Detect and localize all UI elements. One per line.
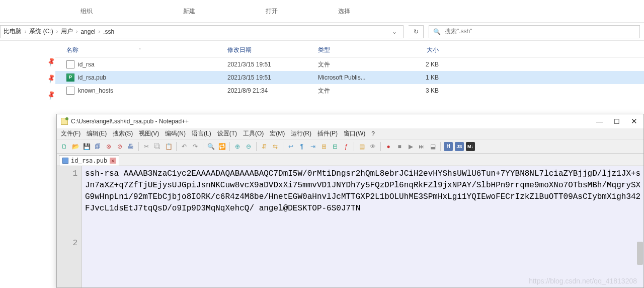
menu-item[interactable]: 插件(P) [317,129,338,138]
zoom-out-icon[interactable]: ⊖ [244,142,253,151]
crumb-pc[interactable]: 比电脑 [4,27,22,36]
show-chars-icon[interactable]: ¶ [297,142,306,151]
address-bar-row: 比电脑› 系统 (C:)› 用户› angel› .ssh ⌄ ↻ 🔍 搜索".… [0,23,644,41]
search-input[interactable]: 🔍 搜索".ssh" [429,25,640,38]
code-content[interactable]: ssh-rsa AAAAB3NzaC1yc2EAAAADAQABAAABAQC7… [82,166,643,287]
col-size[interactable]: 大小 [393,46,439,54]
menu-item[interactable]: 设置(T) [217,129,237,138]
js-icon[interactable]: JS [455,142,464,151]
ribbon-group-open[interactable]: 打开 [266,7,278,16]
scrollbar-thumb[interactable] [637,242,643,265]
new-file-icon[interactable]: 🗋 [60,142,69,151]
col-name[interactable]: 名称 [66,46,78,53]
crumb-angel[interactable]: angel [80,28,95,35]
h-icon[interactable]: H [444,142,453,151]
breadcrumb[interactable]: 比电脑› 系统 (C:)› 用户› angel› .ssh ⌄ [0,25,404,38]
doc-map-icon[interactable]: ▤ [357,142,366,151]
editor[interactable]: 1 2 ssh-rsa AAAAB3NzaC1yc2EAAAADAQABAAAB… [57,166,643,287]
toolbar[interactable]: 🗋 📂 💾 🗐 ⊗ ⊘ 🖶 ✂ ⿻ 📋 ↶ ↷ 🔍 🔁 ⊕ ⊖ ⇵ ⇆ ↩ ¶ … [57,139,643,154]
replace-icon[interactable]: 🔁 [217,142,226,151]
search-icon: 🔍 [433,28,441,35]
window-title: C:\Users\angel\.ssh\id_rsa.pub - Notepad… [71,118,593,125]
undo-icon[interactable]: ↶ [180,142,189,151]
cut-icon[interactable]: ✂ [142,142,151,151]
stop-icon[interactable]: ■ [395,142,404,151]
md-icon[interactable]: M↓ [466,142,475,151]
col-date[interactable]: 修改日期 [227,46,318,54]
file-type: 文件 [318,87,393,95]
play-multi-icon[interactable]: ⏭ [417,142,426,151]
crumb-drive[interactable]: 系统 (C:) [29,27,53,36]
ribbon: 组织 新建 打开 选择 [0,0,644,23]
open-icon[interactable]: 📂 [71,142,80,151]
chevron-right-icon: › [56,29,58,34]
sync-v-icon[interactable]: ⇵ [260,142,269,151]
crumb-ssh[interactable]: .ssh [103,28,114,35]
close-file-icon[interactable]: ⊗ [104,142,113,151]
copy-icon[interactable]: ⿻ [153,142,162,151]
table-row[interactable]: id_rsa.pub2021/3/15 19:51Microsoft Publi… [55,71,644,84]
chevron-right-icon: › [99,29,100,34]
menu-item[interactable]: 宏(M) [270,129,285,138]
menu-item[interactable]: ? [371,130,375,137]
menu-item[interactable]: 语言(L) [192,129,211,138]
menu-bar[interactable]: 文件(F)编辑(E)搜索(S)视图(V)编码(N)语言(L)设置(T)工具(O)… [57,128,643,139]
zoom-in-icon[interactable]: ⊕ [233,142,242,151]
guide-icon[interactable]: ⊞ [319,142,329,151]
ribbon-group-new[interactable]: 新建 [183,7,195,16]
menu-item[interactable]: 文件(F) [61,129,80,138]
watermark: https://blog.csdn.net/qq_41813208 [529,277,637,285]
monitor-icon[interactable]: 👁 [368,142,377,151]
file-date: 2021/3/15 19:51 [227,74,318,81]
menu-item[interactable]: 视图(V) [139,129,159,138]
refresh-button[interactable]: ↻ [409,25,424,38]
column-headers[interactable]: 名称˄ 修改日期 类型 大小 [55,43,644,58]
table-row[interactable]: known_hosts2021/8/9 21:34文件3 KB [55,84,644,97]
func-icon[interactable]: ƒ [342,142,351,151]
crumb-users[interactable]: 用户 [61,27,73,36]
close-button[interactable]: ✕ [631,117,637,126]
line-gutter: 1 2 [57,166,82,287]
menu-item[interactable]: 运行(R) [291,129,311,138]
menu-item[interactable]: 窗口(W) [344,129,365,138]
paste-icon[interactable]: 📋 [164,142,173,151]
menu-item[interactable]: 工具(O) [243,129,264,138]
save-macro-icon[interactable]: ⬓ [428,142,437,151]
save-all-icon[interactable]: 🗐 [93,142,102,151]
find-icon[interactable]: 🔍 [206,142,215,151]
menu-item[interactable]: 搜索(S) [113,129,133,138]
quick-access-pins: 📌 📌 📌 [0,41,55,99]
file-size: 3 KB [393,87,439,94]
indent-icon[interactable]: ⇥ [308,142,317,151]
minimize-button[interactable]: — [596,118,603,125]
ribbon-group-select[interactable]: 选择 [338,7,350,16]
file-icon [66,60,74,68]
sync-h-icon[interactable]: ⇆ [271,142,280,151]
tab-bar[interactable]: id_rsa.pub ✕ [57,154,643,166]
tab-id-rsa-pub[interactable]: id_rsa.pub ✕ [59,155,119,166]
save-icon[interactable]: 💾 [82,142,91,151]
maximize-button[interactable]: ☐ [614,118,620,125]
file-list: 名称˄ 修改日期 类型 大小 id_rsa2021/3/15 19:51文件2 … [55,41,644,99]
play-icon[interactable]: ▶ [406,142,415,151]
tab-label: id_rsa.pub [71,157,107,164]
close-all-icon[interactable]: ⊘ [115,142,124,151]
ribbon-group-organize[interactable]: 组织 [80,7,93,16]
menu-item[interactable]: 编辑(E) [87,129,107,138]
wrap-icon[interactable]: ↩ [286,142,295,151]
print-icon[interactable]: 🖶 [126,142,135,151]
search-placeholder: 搜索".ssh" [445,27,472,36]
record-icon[interactable]: ● [384,142,393,151]
redo-icon[interactable]: ↷ [191,142,200,151]
file-type: 文件 [318,60,393,69]
file-size: 2 KB [393,61,439,68]
col-type[interactable]: 类型 [318,46,393,54]
fold-icon[interactable]: ⊟ [331,142,340,151]
titlebar[interactable]: C:\Users\angel\.ssh\id_rsa.pub - Notepad… [57,114,643,128]
menu-item[interactable]: 编码(N) [165,129,186,138]
table-row[interactable]: id_rsa2021/3/15 19:51文件2 KB [55,58,644,71]
tab-close-icon[interactable]: ✕ [110,158,116,164]
chevron-right-icon: › [76,29,77,34]
address-dropdown-icon[interactable]: ⌄ [389,28,400,35]
file-type: Microsoft Publis... [318,74,393,81]
